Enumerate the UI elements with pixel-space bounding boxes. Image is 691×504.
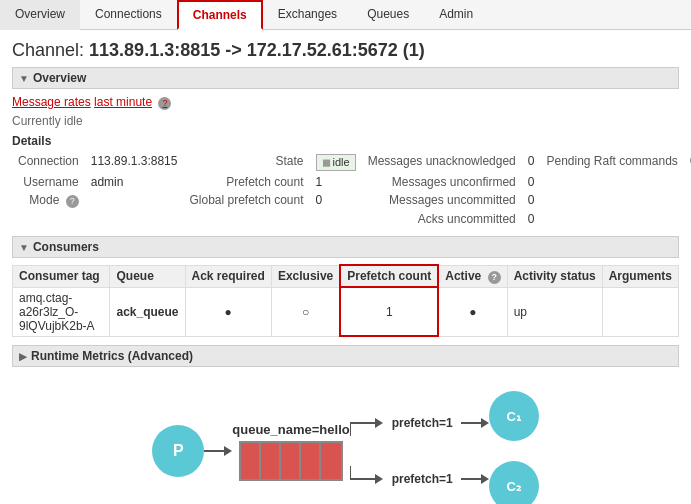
message-rates-label: Message rates	[12, 95, 91, 109]
consumers-section-header[interactable]: ▼ Consumers	[12, 236, 679, 258]
mode-label: Mode ?	[12, 191, 85, 210]
detail-row-username: Username admin Prefetch count 1 Messages…	[12, 173, 691, 191]
tab-connections[interactable]: Connections	[80, 0, 177, 30]
col-activity-status: Activity status	[507, 265, 602, 287]
consumers-section: ▼ Consumers Consumer tag Queue Ack requi…	[12, 236, 679, 337]
prefetch-label: Prefetch count	[183, 173, 309, 191]
idle-text: Currently idle	[12, 114, 679, 128]
consumer-ack-cell: ●	[185, 287, 271, 336]
consumer-prefetch-cell: 1	[340, 287, 438, 336]
consumer-c2: C₂	[489, 461, 539, 504]
detail-row-connection: Connection 113.89.1.3:8815 State ◼idle M…	[12, 152, 691, 173]
details-label: Details	[12, 134, 679, 148]
unconfirmed-label: Messages unconfirmed	[362, 173, 522, 191]
detail-row-acks: Acks uncommitted 0	[12, 210, 691, 228]
tab-admin[interactable]: Admin	[424, 0, 488, 30]
consumer-activity-status-cell: up	[507, 287, 602, 336]
consumer-active-cell: ●	[438, 287, 507, 336]
queue-cell-2	[261, 443, 281, 479]
acks-uncommitted-label: Acks uncommitted	[362, 210, 522, 228]
uncommitted-label: Messages uncommitted	[362, 191, 522, 210]
runtime-section-header[interactable]: ▶ Runtime Metrics (Advanced)	[12, 345, 679, 367]
username-label: Username	[12, 173, 85, 191]
tab-overview[interactable]: Overview	[0, 0, 80, 30]
queue-name-label: queue_name=hello	[232, 422, 349, 437]
diagram-inner: P queue_name=hello	[152, 391, 538, 504]
tab-queues[interactable]: Queues	[352, 0, 424, 30]
message-rates-row: Message rates last minute ?	[12, 95, 679, 110]
global-prefetch-label: Global prefetch count	[183, 191, 309, 210]
fork-arrow-top-icon	[350, 408, 390, 438]
unconfirmed-value: 0	[522, 173, 541, 191]
producer-label: P	[173, 442, 184, 460]
consumer-queue-cell: ack_queue	[110, 287, 185, 336]
uncommitted-value: 0	[522, 191, 541, 210]
fork-arrow-bottom-icon	[350, 464, 390, 494]
consumers-label: Consumers	[33, 240, 99, 254]
arrow-to-c2	[461, 474, 489, 484]
col-prefetch-count: Prefetch count	[340, 265, 438, 287]
prefetch-label-2: prefetch=1	[392, 472, 453, 486]
fork-section: prefetch=1 prefetch=1	[350, 408, 489, 494]
consumers-triangle-icon: ▼	[19, 242, 29, 253]
producer-to-queue-arrow	[204, 446, 232, 456]
overview-section-header[interactable]: ▼ Overview	[12, 67, 679, 89]
prefetch-value: 1	[310, 173, 362, 191]
col-arguments: Arguments	[602, 265, 678, 287]
consumers-area: C₁ C₂	[489, 391, 539, 504]
active-help-icon[interactable]: ?	[488, 271, 501, 284]
col-ack-required: Ack required	[185, 265, 271, 287]
col-active: Active ?	[438, 265, 507, 287]
overview-section: ▼ Overview Message rates last minute ? C…	[12, 67, 679, 228]
runtime-section: ▶ Runtime Metrics (Advanced)	[12, 345, 679, 367]
queue-cell-1	[241, 443, 261, 479]
svg-marker-2	[375, 418, 383, 428]
table-row: amq.ctag-a26r3lz_O-9lQVujbK2b-A ack_queu…	[13, 287, 679, 336]
pending-raft-value: 0	[684, 152, 691, 173]
connection-label: Connection	[12, 152, 85, 173]
queue-cell-5	[321, 443, 341, 479]
queue-cells	[239, 441, 343, 481]
c1-label: C₁	[507, 409, 521, 424]
username-value: admin	[85, 173, 184, 191]
consumer-tag-cell: amq.ctag-a26r3lz_O-9lQVujbK2b-A	[13, 287, 110, 336]
diagram-container: P queue_name=hello	[0, 371, 691, 504]
consumers-table: Consumer tag Queue Ack required Exclusiv…	[12, 264, 679, 337]
consumer-exclusive-cell: ○	[271, 287, 340, 336]
fork-row-2: prefetch=1	[350, 464, 489, 494]
consumer-arguments-cell	[602, 287, 678, 336]
queue-block: queue_name=hello	[232, 422, 349, 481]
consumers-header-row: Consumer tag Queue Ack required Exclusiv…	[13, 265, 679, 287]
details-table: Connection 113.89.1.3:8815 State ◼idle M…	[12, 152, 691, 228]
state-value: ◼idle	[310, 152, 362, 173]
mode-value	[85, 191, 184, 210]
unacknowledged-label: Messages unacknowledged	[362, 152, 522, 173]
connection-value: 113.89.1.3:8815	[85, 152, 184, 173]
state-label: State	[183, 152, 309, 173]
consumer-c1: C₁	[489, 391, 539, 441]
col-queue: Queue	[110, 265, 185, 287]
unacknowledged-value: 0	[522, 152, 541, 173]
c2-label: C₂	[507, 479, 521, 494]
arrow-to-c1	[461, 418, 489, 428]
message-rates-link[interactable]: last minute	[94, 95, 152, 109]
prefetch-label-1: prefetch=1	[392, 416, 453, 430]
col-exclusive: Exclusive	[271, 265, 340, 287]
col-consumer-tag: Consumer tag	[13, 265, 110, 287]
page-title: Channel: 113.89.1.3:8815 -> 172.17.52.61…	[0, 30, 691, 67]
svg-marker-5	[375, 474, 383, 484]
runtime-label: Runtime Metrics (Advanced)	[31, 349, 193, 363]
queue-cell-4	[301, 443, 321, 479]
producer-node: P	[152, 425, 204, 477]
queue-cell-3	[281, 443, 301, 479]
acks-uncommitted-value: 0	[522, 210, 541, 228]
mode-help-icon[interactable]: ?	[66, 195, 79, 208]
tab-exchanges[interactable]: Exchanges	[263, 0, 352, 30]
runtime-triangle-icon: ▶	[19, 351, 27, 362]
triangle-down-icon: ▼	[19, 73, 29, 84]
global-prefetch-value: 0	[310, 191, 362, 210]
fork-row-1: prefetch=1	[350, 408, 489, 438]
pending-raft-label: Pending Raft commands	[540, 152, 683, 173]
message-rates-help-icon[interactable]: ?	[158, 97, 171, 110]
tab-channels[interactable]: Channels	[177, 0, 263, 30]
